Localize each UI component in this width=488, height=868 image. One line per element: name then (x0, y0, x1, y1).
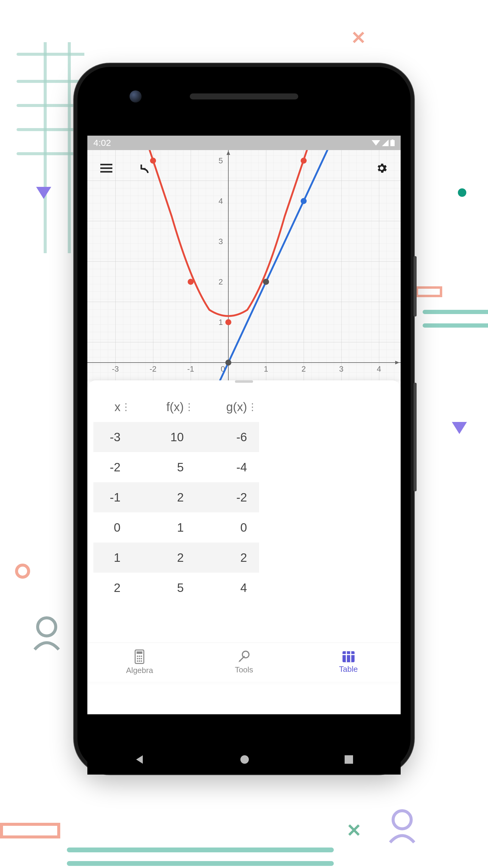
hamburger-icon (100, 164, 112, 173)
svg-rect-21 (392, 140, 393, 141)
svg-point-57 (141, 658, 142, 659)
nav-label: Tools (235, 665, 253, 675)
table-cell: -2 (196, 482, 259, 513)
svg-point-54 (141, 655, 142, 657)
decor-rect (0, 823, 60, 841)
svg-point-49 (225, 360, 231, 366)
col-menu-g[interactable]: ⋮ (248, 401, 257, 412)
svg-point-44 (225, 319, 231, 325)
bottom-nav: Algebra Tools (87, 643, 401, 682)
phone-speaker (190, 93, 298, 99)
col-menu-f[interactable]: ⋮ (184, 401, 194, 412)
col-header-f: f(x) ⋮ (133, 392, 196, 422)
back-button[interactable] (134, 754, 145, 765)
table-cell: 10 (133, 422, 196, 452)
decor-circle (15, 564, 30, 579)
table-cell: 1 (133, 513, 196, 542)
svg-text:-2: -2 (150, 364, 156, 373)
tools-icon (237, 650, 251, 663)
nav-table[interactable]: Table (296, 643, 401, 682)
settings-button[interactable] (373, 160, 390, 177)
svg-marker-11 (452, 422, 467, 434)
svg-point-47 (301, 198, 307, 204)
svg-text:-1: -1 (187, 364, 194, 373)
decor-x: ✕ (351, 27, 366, 48)
table-cell: 4 (196, 572, 259, 603)
table-row[interactable]: 010 (93, 513, 259, 542)
svg-point-52 (137, 655, 138, 657)
decor-triangle (36, 187, 51, 199)
svg-text:1: 1 (264, 364, 268, 373)
decor-x: ✕ (347, 820, 361, 841)
phone-camera (130, 90, 141, 102)
svg-point-68 (240, 755, 249, 764)
status-time: 4:02 (93, 138, 111, 148)
svg-point-60 (141, 660, 142, 662)
svg-text:3: 3 (219, 237, 223, 246)
decor-rect (416, 286, 446, 299)
table-icon (342, 651, 355, 663)
svg-rect-51 (137, 651, 142, 654)
menu-button[interactable] (98, 160, 115, 177)
table-cell: 2 (133, 482, 196, 513)
status-icons (372, 140, 395, 146)
undo-button[interactable] (136, 160, 153, 177)
svg-rect-63 (343, 651, 355, 662)
table-cell: 2 (133, 542, 196, 572)
nav-tools[interactable]: Tools (192, 643, 296, 682)
svg-rect-20 (390, 140, 395, 146)
table-cell: 2 (93, 572, 133, 603)
home-button[interactable] (239, 754, 250, 765)
svg-text:4: 4 (377, 364, 381, 373)
svg-marker-10 (36, 187, 51, 199)
svg-point-58 (137, 660, 138, 662)
decor-triangle (452, 422, 467, 434)
col-header-x: x ⋮ (93, 392, 133, 422)
decor-avatar (30, 615, 63, 651)
svg-text:-3: -3 (112, 364, 119, 373)
gear-icon (375, 162, 388, 175)
table-cell: 2 (196, 542, 259, 572)
signal-icon (382, 140, 389, 146)
table-cell: -3 (93, 422, 133, 452)
svg-text:1: 1 (219, 318, 223, 327)
svg-marker-67 (136, 755, 143, 764)
table-cell: -1 (93, 482, 133, 513)
app-screen: 4:02 (87, 135, 401, 714)
table-row[interactable]: 122 (93, 542, 259, 572)
decor-lines (422, 307, 488, 332)
svg-point-16 (393, 811, 411, 829)
svg-rect-17 (1, 824, 59, 837)
undo-icon (138, 162, 150, 174)
col-menu-x[interactable]: ⋮ (121, 401, 131, 412)
graph-toolbar (87, 150, 401, 186)
svg-text:2: 2 (301, 364, 306, 373)
svg-text:2: 2 (219, 277, 223, 286)
calculator-icon (133, 650, 145, 664)
table-cell: 0 (93, 513, 133, 542)
svg-text:3: 3 (339, 364, 344, 373)
decor-dot (458, 188, 466, 197)
table-row[interactable]: 254 (93, 572, 259, 603)
table-cell: -4 (196, 452, 259, 482)
nav-algebra[interactable]: Algebra (87, 643, 192, 682)
svg-rect-12 (417, 287, 441, 296)
table-row[interactable]: -12-2 (93, 482, 259, 513)
col-header-g: g(x) ⋮ (196, 392, 259, 422)
table-cell: -2 (93, 452, 133, 482)
wifi-icon (372, 140, 380, 146)
svg-point-48 (263, 279, 269, 285)
svg-point-15 (38, 618, 56, 636)
recents-button[interactable] (344, 755, 354, 764)
table-row[interactable]: -25-4 (93, 452, 259, 482)
android-navbar (87, 744, 401, 775)
values-table: x ⋮ f(x) ⋮ g(x) ⋮ (93, 392, 259, 603)
table-row[interactable]: -310-6 (93, 422, 259, 452)
svg-rect-69 (345, 755, 353, 764)
graph-canvas[interactable]: -3-2-1 0 1234 12 34 5 (87, 150, 401, 381)
table-panel: x ⋮ f(x) ⋮ g(x) ⋮ (87, 380, 401, 682)
svg-point-43 (188, 279, 194, 285)
panel-drag-handle[interactable] (235, 380, 253, 383)
battery-icon (390, 140, 395, 146)
svg-point-55 (137, 658, 138, 659)
